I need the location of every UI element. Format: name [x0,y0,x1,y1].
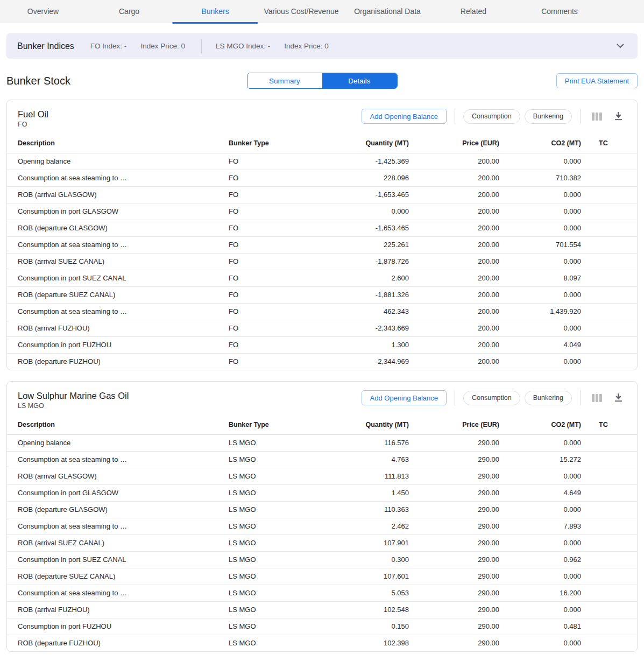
table-row: Consumption in port GLASGOWLS MGO1.45029… [7,484,637,501]
bunkering-button[interactable]: Bunkering [525,109,572,124]
columns-icon [592,394,602,402]
table-cell: Consumption at sea steaming to … [7,236,229,253]
table-cell: ROB (departure FUZHOU) [7,353,229,370]
table-cell: FO [229,170,320,186]
table-cell: 228.096 [320,170,410,186]
table-cell: Consumption in port FUZHOU [7,336,229,353]
table-cell [582,353,637,370]
table-cell [582,568,637,585]
ls-mgo-card: Low Sulphur Marine Gas Oil LS MGO Add Op… [6,381,638,652]
fo-index-price: Index Price: 0 [140,42,185,50]
table-cell: 290.00 [410,434,500,451]
table-cell: 0.000 [500,601,582,618]
table-cell: ROB (arrival SUEZ CANAL) [7,535,229,551]
column-settings-button[interactable] [589,390,605,406]
table-cell: 0.962 [500,551,582,568]
col-description: Description [7,416,229,434]
table-cell: 116.576 [320,434,410,451]
bunker-stock-header: Bunker Stock Summary Details Print EUA S… [6,73,638,89]
table-cell: ROB (departure GLASGOW) [7,501,229,518]
table-cell [582,203,637,220]
consumption-button[interactable]: Consumption [463,109,520,124]
table-cell: LS MGO [229,468,320,484]
table-cell: LS MGO [229,601,320,618]
table-cell: 0.000 [500,153,582,170]
table-cell: 102.398 [320,635,410,651]
col-quantity: Quantity (MT) [320,134,410,153]
table-cell: FO [229,353,320,370]
table-cell: 290.00 [410,501,500,518]
download-button[interactable] [610,108,626,124]
tab-overview[interactable]: Overview [0,0,86,23]
table-cell: FO [229,270,320,286]
table-cell: 4.049 [500,336,582,353]
download-icon [614,393,622,402]
bunker-indices-title: Bunker Indices [17,41,74,51]
table-row: Consumption at sea steaming to …LS MGO2.… [7,518,637,535]
table-cell: 0.481 [500,618,582,635]
table-cell [582,434,637,451]
table-row: ROB (departure FUZHOU)FO-2,344.969200.00… [7,353,637,370]
tab-cargo[interactable]: Cargo [86,0,172,23]
table-cell: 0.000 [500,186,582,203]
divider [580,109,581,124]
table-cell: 4.763 [320,451,410,468]
table-cell: 2.600 [320,270,410,286]
fo-index-value: FO Index: - [90,42,127,50]
table-cell [582,253,637,270]
card-subtitle: LS MGO [18,402,362,411]
table-cell: 4.649 [500,484,582,501]
table-cell: 200.00 [410,353,500,370]
table-cell: 290.00 [410,551,500,568]
tab-bunkers[interactable]: Bunkers [172,0,258,23]
table-cell [582,585,637,601]
table-header-row: Description Bunker Type Quantity (MT) Pr… [7,134,637,153]
table-cell: 200.00 [410,303,500,320]
summary-toggle-button[interactable]: Summary [247,73,322,88]
table-cell [582,270,637,286]
table-row: Opening balanceLS MGO116.576290.000.000 [7,434,637,451]
table-cell: 290.00 [410,601,500,618]
expand-indices-button[interactable] [613,39,628,54]
table-cell: FO [229,153,320,170]
table-row: Consumption at sea steaming to …FO462.34… [7,303,637,320]
table-cell: FO [229,186,320,203]
table-cell: 111.813 [320,468,410,484]
table-cell: Consumption at sea steaming to … [7,451,229,468]
table-cell: FO [229,236,320,253]
col-bunker-type: Bunker Type [229,134,320,153]
details-toggle-button[interactable]: Details [322,73,397,88]
consumption-button[interactable]: Consumption [463,391,520,405]
table-cell: 290.00 [410,568,500,585]
card-title: Fuel Oil [18,108,362,120]
table-cell: ROB (departure SUEZ CANAL) [7,568,229,585]
table-cell: -1,425.369 [320,153,410,170]
table-cell: -1,653.465 [320,220,410,236]
tab-various-cost-revenue[interactable]: Various Cost/Revenue [258,0,344,23]
add-opening-balance-button[interactable]: Add Opening Balance [362,390,447,405]
table-cell [582,535,637,551]
download-button[interactable] [610,390,626,406]
table-row: ROB (departure SUEZ CANAL)LS MGO107.6012… [7,568,637,585]
table-cell: 200.00 [410,253,500,270]
col-description: Description [7,134,229,153]
add-opening-balance-button[interactable]: Add Opening Balance [362,109,447,124]
table-cell: Consumption at sea steaming to … [7,303,229,320]
table-row: Consumption at sea steaming to …LS MGO5.… [7,585,637,601]
table-row: ROB (departure FUZHOU)LS MGO102.398290.0… [7,635,637,651]
bunkering-button[interactable]: Bunkering [525,391,572,405]
table-cell [582,618,637,635]
column-settings-button[interactable] [589,108,605,124]
indices-divider [201,39,202,53]
table-cell [582,153,637,170]
tab-organisational-data[interactable]: Organisational Data [344,0,430,23]
table-cell: LS MGO [229,618,320,635]
tab-related[interactable]: Related [430,0,516,23]
col-price: Price (EUR) [410,134,500,153]
table-cell [582,170,637,186]
bunker-indices-bar: Bunker Indices FO Index: - Index Price: … [6,33,638,59]
tab-comments[interactable]: Comments [516,0,603,23]
fuel-oil-card: Fuel Oil FO Add Opening Balance Consumpt… [6,100,638,370]
table-cell: 200.00 [410,186,500,203]
print-eua-statement-button[interactable]: Print EUA Statement [556,73,638,88]
